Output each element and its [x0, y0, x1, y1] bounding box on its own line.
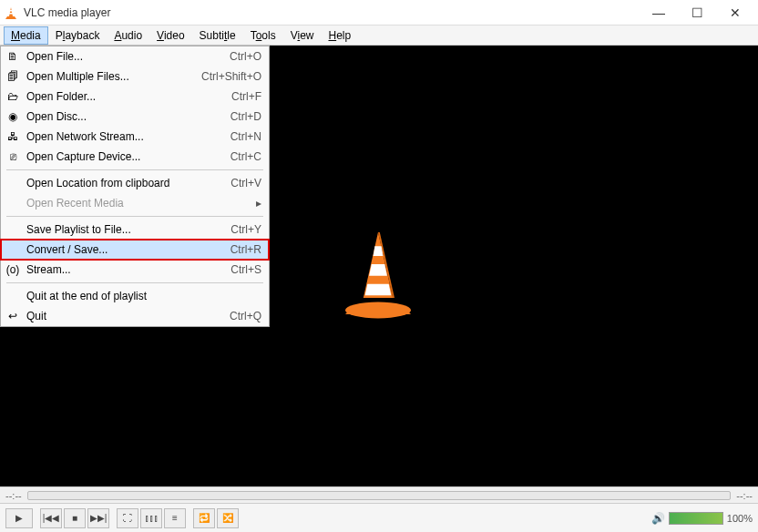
- volume-percent: 100%: [727, 513, 753, 524]
- file-icon: 🗎: [5, 49, 21, 64]
- time-total: --:--: [736, 490, 753, 501]
- menu-item-shortcut: Ctrl+N: [230, 130, 261, 143]
- blank-icon: [5, 196, 21, 210]
- shuffle-button[interactable]: 🔀: [217, 508, 239, 528]
- menu-tools[interactable]: Tools: [243, 26, 283, 45]
- disc-icon: ◉: [5, 109, 21, 124]
- statusbar: --:-- --:--: [0, 486, 758, 503]
- loop-button[interactable]: 🔁: [193, 508, 215, 528]
- titlebar: VLC media player — ☐ ✕: [0, 0, 758, 26]
- media-menu-dropdown: 🗎Open File...Ctrl+O🗐Open Multiple Files.…: [0, 46, 270, 327]
- minimize-button[interactable]: —: [640, 3, 678, 23]
- menu-media[interactable]: Media: [4, 26, 48, 45]
- menu-item-open-capture-device[interactable]: ⎚Open Capture Device...Ctrl+C: [1, 147, 269, 167]
- playlist-button[interactable]: ≡: [164, 508, 186, 528]
- menu-item-label: Quit: [26, 310, 230, 322]
- menu-item-label: Save Playlist to File...: [26, 223, 230, 236]
- menu-item-label: Open Location from clipboard: [26, 177, 230, 189]
- menu-view[interactable]: View: [283, 26, 322, 45]
- svg-marker-8: [374, 246, 384, 256]
- svg-marker-5: [345, 306, 411, 314]
- menu-separator: [6, 216, 263, 217]
- video-area: 🗎Open File...Ctrl+O🗐Open Multiple Files.…: [0, 46, 758, 486]
- svg-rect-2: [9, 13, 13, 15]
- menu-item-convert-save[interactable]: Convert / Save...Ctrl+R: [1, 240, 269, 260]
- menu-item-open-multiple-files[interactable]: 🗐Open Multiple Files...Ctrl+Shift+O: [1, 66, 269, 87]
- next-button[interactable]: ▶▶|: [87, 508, 109, 528]
- menu-item-label: Open Folder...: [26, 90, 231, 103]
- vlc-logo-icon: [337, 228, 419, 319]
- menu-item-shortcut: Ctrl+S: [230, 263, 261, 276]
- menu-item-label: Open Recent Media: [26, 197, 251, 210]
- prev-button[interactable]: |◀◀: [40, 508, 62, 528]
- ext-settings-button[interactable]: ⫿⫿⫿: [140, 508, 162, 528]
- menu-help[interactable]: Help: [321, 26, 358, 45]
- menu-item-quit-at-the-end-of-playlist[interactable]: Quit at the end of playlist: [1, 286, 269, 306]
- menu-item-label: Open Capture Device...: [26, 150, 230, 163]
- menu-item-label: Stream...: [26, 263, 230, 276]
- mute-icon[interactable]: 🔊: [651, 512, 665, 525]
- svg-marker-3: [5, 16, 16, 19]
- seek-slider[interactable]: [27, 491, 732, 500]
- menu-item-stream[interactable]: (o)Stream...Ctrl+S: [1, 260, 269, 280]
- menu-item-label: Convert / Save...: [26, 243, 230, 256]
- menu-item-open-location-from-clipboard[interactable]: Open Location from clipboardCtrl+V: [1, 173, 269, 193]
- menu-item-shortcut: Ctrl+C: [230, 150, 261, 163]
- window-title: VLC media player: [24, 6, 640, 19]
- blank-icon: [5, 222, 21, 237]
- menu-item-open-folder[interactable]: 🗁Open Folder...Ctrl+F: [1, 87, 269, 107]
- window-controls: — ☐ ✕: [640, 3, 754, 23]
- quit-icon: ↩: [5, 309, 21, 323]
- close-button[interactable]: ✕: [716, 3, 754, 23]
- menu-item-open-network-stream[interactable]: 🖧Open Network Stream...Ctrl+N: [1, 127, 269, 147]
- time-elapsed: --:--: [5, 490, 22, 501]
- menu-video[interactable]: Video: [149, 26, 191, 45]
- volume-area: 🔊 100%: [651, 512, 753, 525]
- svg-rect-1: [10, 10, 13, 12]
- menu-item-shortcut: Ctrl+F: [231, 90, 261, 103]
- menu-separator: [6, 169, 263, 170]
- menu-item-shortcut: Ctrl+Shift+O: [201, 70, 261, 83]
- fullscreen-button[interactable]: ⛶: [117, 508, 138, 528]
- files-icon: 🗐: [5, 69, 21, 84]
- menu-item-save-playlist-to-file[interactable]: Save Playlist to File...Ctrl+Y: [1, 220, 269, 240]
- menu-item-shortcut: Ctrl+Q: [230, 310, 261, 322]
- menu-separator: [6, 282, 263, 283]
- menu-item-shortcut: Ctrl+D: [230, 110, 261, 123]
- menu-audio[interactable]: Audio: [107, 26, 149, 45]
- svg-marker-0: [9, 7, 13, 16]
- svg-marker-9: [369, 264, 387, 276]
- blank-icon: [5, 242, 21, 257]
- menu-item-label: Quit at the end of playlist: [26, 290, 261, 302]
- menu-item-label: Open Disc...: [26, 110, 230, 123]
- menu-item-label: Open Multiple Files...: [26, 70, 201, 83]
- menubar: Media Playback Audio Video Subtitle Tool…: [0, 26, 758, 46]
- menu-item-shortcut: Ctrl+Y: [230, 223, 261, 236]
- menu-playback[interactable]: Playback: [48, 26, 108, 45]
- control-bar: ▶ |◀◀ ■ ▶▶| ⛶ ⫿⫿⫿ ≡ 🔁 🔀 🔊 100%: [0, 503, 758, 532]
- volume-slider[interactable]: [669, 512, 723, 525]
- vlc-cone-icon: [4, 5, 18, 20]
- svg-marker-10: [365, 284, 392, 296]
- menu-item-label: Open Network Stream...: [26, 130, 230, 143]
- folder-icon: 🗁: [5, 89, 21, 104]
- menu-item-shortcut: Ctrl+O: [230, 50, 261, 63]
- submenu-arrow-icon: ▸: [256, 197, 261, 210]
- network-icon: 🖧: [5, 129, 21, 144]
- stop-button[interactable]: ■: [64, 508, 86, 528]
- blank-icon: [5, 176, 21, 190]
- menu-subtitle[interactable]: Subtitle: [192, 26, 243, 45]
- menu-item-open-disc[interactable]: ◉Open Disc...Ctrl+D: [1, 107, 269, 127]
- maximize-button[interactable]: ☐: [678, 3, 716, 23]
- menu-item-open-file[interactable]: 🗎Open File...Ctrl+O: [1, 46, 269, 66]
- menu-item-label: Open File...: [26, 50, 230, 63]
- menu-item-open-recent-media: Open Recent Media▸: [1, 193, 269, 213]
- stream-icon: (o): [5, 262, 21, 277]
- play-button[interactable]: ▶: [5, 508, 33, 528]
- blank-icon: [5, 289, 21, 303]
- menu-item-shortcut: Ctrl+V: [230, 177, 261, 189]
- menu-item-quit[interactable]: ↩QuitCtrl+Q: [1, 306, 269, 326]
- capture-icon: ⎚: [5, 149, 21, 164]
- menu-item-shortcut: Ctrl+R: [230, 243, 261, 256]
